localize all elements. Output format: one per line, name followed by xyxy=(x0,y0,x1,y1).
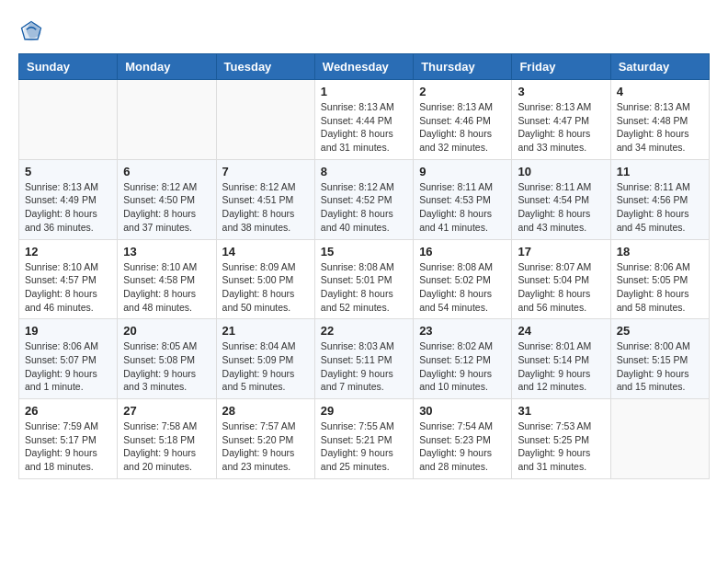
day-info: Sunrise: 7:57 AM Sunset: 5:20 PM Dayligh… xyxy=(222,419,309,474)
calendar-cell: 15Sunrise: 8:08 AM Sunset: 5:01 PM Dayli… xyxy=(314,239,413,319)
day-info: Sunrise: 8:12 AM Sunset: 4:50 PM Dayligh… xyxy=(123,180,210,235)
day-info: Sunrise: 7:55 AM Sunset: 5:21 PM Dayligh… xyxy=(321,419,407,474)
day-number: 15 xyxy=(321,245,407,259)
day-info: Sunrise: 8:06 AM Sunset: 5:05 PM Dayligh… xyxy=(617,260,703,315)
calendar-cell: 22Sunrise: 8:03 AM Sunset: 5:11 PM Dayli… xyxy=(314,319,413,399)
day-info: Sunrise: 8:13 AM Sunset: 4:47 PM Dayligh… xyxy=(518,100,604,155)
day-info: Sunrise: 8:05 AM Sunset: 5:08 PM Dayligh… xyxy=(123,339,210,394)
calendar-cell: 26Sunrise: 7:59 AM Sunset: 5:17 PM Dayli… xyxy=(19,399,118,479)
day-info: Sunrise: 8:10 AM Sunset: 4:58 PM Dayligh… xyxy=(123,260,210,315)
calendar-cell xyxy=(610,399,709,479)
calendar-cell: 3Sunrise: 8:13 AM Sunset: 4:47 PM Daylig… xyxy=(512,80,610,160)
calendar-cell: 8Sunrise: 8:12 AM Sunset: 4:52 PM Daylig… xyxy=(314,159,413,239)
day-number: 5 xyxy=(25,165,111,178)
calendar-cell: 18Sunrise: 8:06 AM Sunset: 5:05 PM Dayli… xyxy=(610,239,709,319)
day-info: Sunrise: 7:59 AM Sunset: 5:17 PM Dayligh… xyxy=(25,419,111,474)
day-info: Sunrise: 8:07 AM Sunset: 5:04 PM Dayligh… xyxy=(518,260,604,315)
day-number: 27 xyxy=(123,404,210,418)
calendar-cell: 20Sunrise: 8:05 AM Sunset: 5:08 PM Dayli… xyxy=(118,319,216,399)
calendar-cell: 4Sunrise: 8:13 AM Sunset: 4:48 PM Daylig… xyxy=(610,80,709,160)
week-row-5: 26Sunrise: 7:59 AM Sunset: 5:17 PM Dayli… xyxy=(19,399,710,479)
day-number: 29 xyxy=(321,404,407,418)
day-header-saturday: Saturday xyxy=(610,54,709,80)
calendar-cell: 7Sunrise: 8:12 AM Sunset: 4:51 PM Daylig… xyxy=(216,159,314,239)
calendar-cell: 13Sunrise: 8:10 AM Sunset: 4:58 PM Dayli… xyxy=(118,239,216,319)
calendar-cell: 10Sunrise: 8:11 AM Sunset: 4:54 PM Dayli… xyxy=(512,159,610,239)
day-info: Sunrise: 8:11 AM Sunset: 4:53 PM Dayligh… xyxy=(419,180,506,235)
day-info: Sunrise: 8:13 AM Sunset: 4:44 PM Dayligh… xyxy=(321,100,407,155)
calendar-cell: 31Sunrise: 7:53 AM Sunset: 5:25 PM Dayli… xyxy=(512,399,610,479)
day-info: Sunrise: 8:12 AM Sunset: 4:52 PM Dayligh… xyxy=(321,180,407,235)
logo xyxy=(18,18,48,44)
calendar-cell: 28Sunrise: 7:57 AM Sunset: 5:20 PM Dayli… xyxy=(216,399,314,479)
calendar-cell: 24Sunrise: 8:01 AM Sunset: 5:14 PM Dayli… xyxy=(512,319,610,399)
day-number: 21 xyxy=(222,324,309,338)
calendar-header-row: SundayMondayTuesdayWednesdayThursdayFrid… xyxy=(19,54,710,80)
calendar-cell: 21Sunrise: 8:04 AM Sunset: 5:09 PM Dayli… xyxy=(216,319,314,399)
week-row-3: 12Sunrise: 8:10 AM Sunset: 4:57 PM Dayli… xyxy=(19,239,710,319)
day-info: Sunrise: 7:53 AM Sunset: 5:25 PM Dayligh… xyxy=(518,419,604,474)
day-number: 26 xyxy=(25,404,111,418)
day-number: 19 xyxy=(25,324,111,338)
day-number: 14 xyxy=(222,245,309,259)
calendar-cell: 25Sunrise: 8:00 AM Sunset: 5:15 PM Dayli… xyxy=(610,319,709,399)
day-info: Sunrise: 8:13 AM Sunset: 4:49 PM Dayligh… xyxy=(25,180,111,235)
day-info: Sunrise: 8:13 AM Sunset: 4:46 PM Dayligh… xyxy=(419,100,506,155)
day-info: Sunrise: 8:08 AM Sunset: 5:01 PM Dayligh… xyxy=(321,260,407,315)
day-info: Sunrise: 8:08 AM Sunset: 5:02 PM Dayligh… xyxy=(419,260,506,315)
day-info: Sunrise: 8:12 AM Sunset: 4:51 PM Dayligh… xyxy=(222,180,309,235)
calendar-cell: 30Sunrise: 7:54 AM Sunset: 5:23 PM Dayli… xyxy=(414,399,512,479)
day-number: 3 xyxy=(518,85,604,98)
day-info: Sunrise: 8:09 AM Sunset: 5:00 PM Dayligh… xyxy=(222,260,309,315)
day-number: 7 xyxy=(222,165,309,178)
day-number: 23 xyxy=(419,324,506,338)
week-row-2: 5Sunrise: 8:13 AM Sunset: 4:49 PM Daylig… xyxy=(19,159,710,239)
day-header-monday: Monday xyxy=(118,54,216,80)
day-number: 28 xyxy=(222,404,309,418)
calendar-cell: 1Sunrise: 8:13 AM Sunset: 4:44 PM Daylig… xyxy=(314,80,413,160)
day-number: 11 xyxy=(617,165,703,178)
calendar-cell: 14Sunrise: 8:09 AM Sunset: 5:00 PM Dayli… xyxy=(216,239,314,319)
day-number: 12 xyxy=(25,245,111,259)
calendar-cell: 12Sunrise: 8:10 AM Sunset: 4:57 PM Dayli… xyxy=(19,239,118,319)
day-number: 17 xyxy=(518,245,604,259)
day-info: Sunrise: 8:11 AM Sunset: 4:56 PM Dayligh… xyxy=(617,180,703,235)
day-header-tuesday: Tuesday xyxy=(216,54,314,80)
calendar-cell: 11Sunrise: 8:11 AM Sunset: 4:56 PM Dayli… xyxy=(610,159,709,239)
calendar-cell: 6Sunrise: 8:12 AM Sunset: 4:50 PM Daylig… xyxy=(118,159,216,239)
day-number: 24 xyxy=(518,324,604,338)
day-number: 2 xyxy=(419,85,506,98)
week-row-1: 1Sunrise: 8:13 AM Sunset: 4:44 PM Daylig… xyxy=(19,80,710,160)
day-info: Sunrise: 8:02 AM Sunset: 5:12 PM Dayligh… xyxy=(419,339,506,394)
week-row-4: 19Sunrise: 8:06 AM Sunset: 5:07 PM Dayli… xyxy=(19,319,710,399)
calendar-cell: 27Sunrise: 7:58 AM Sunset: 5:18 PM Dayli… xyxy=(118,399,216,479)
calendar-cell: 2Sunrise: 8:13 AM Sunset: 4:46 PM Daylig… xyxy=(414,80,512,160)
calendar-cell: 19Sunrise: 8:06 AM Sunset: 5:07 PM Dayli… xyxy=(19,319,118,399)
day-info: Sunrise: 8:13 AM Sunset: 4:48 PM Dayligh… xyxy=(617,100,703,155)
day-info: Sunrise: 7:54 AM Sunset: 5:23 PM Dayligh… xyxy=(419,419,506,474)
calendar-cell xyxy=(216,80,314,160)
day-header-thursday: Thursday xyxy=(414,54,512,80)
calendar-cell xyxy=(118,80,216,160)
day-info: Sunrise: 8:10 AM Sunset: 4:57 PM Dayligh… xyxy=(25,260,111,315)
calendar-table: SundayMondayTuesdayWednesdayThursdayFrid… xyxy=(18,53,710,479)
day-number: 18 xyxy=(617,245,703,259)
day-number: 4 xyxy=(617,85,703,98)
calendar-cell xyxy=(19,80,118,160)
day-number: 16 xyxy=(419,245,506,259)
day-header-sunday: Sunday xyxy=(19,54,118,80)
day-number: 30 xyxy=(419,404,506,418)
day-info: Sunrise: 8:06 AM Sunset: 5:07 PM Dayligh… xyxy=(25,339,111,394)
day-number: 10 xyxy=(518,165,604,178)
day-number: 8 xyxy=(321,165,407,178)
day-header-friday: Friday xyxy=(512,54,610,80)
logo-icon xyxy=(18,18,44,44)
day-number: 6 xyxy=(123,165,210,178)
page-header xyxy=(18,18,710,44)
day-number: 25 xyxy=(617,324,703,338)
day-info: Sunrise: 8:11 AM Sunset: 4:54 PM Dayligh… xyxy=(518,180,604,235)
day-number: 22 xyxy=(321,324,407,338)
day-number: 20 xyxy=(123,324,210,338)
calendar-cell: 23Sunrise: 8:02 AM Sunset: 5:12 PM Dayli… xyxy=(414,319,512,399)
day-header-wednesday: Wednesday xyxy=(314,54,413,80)
